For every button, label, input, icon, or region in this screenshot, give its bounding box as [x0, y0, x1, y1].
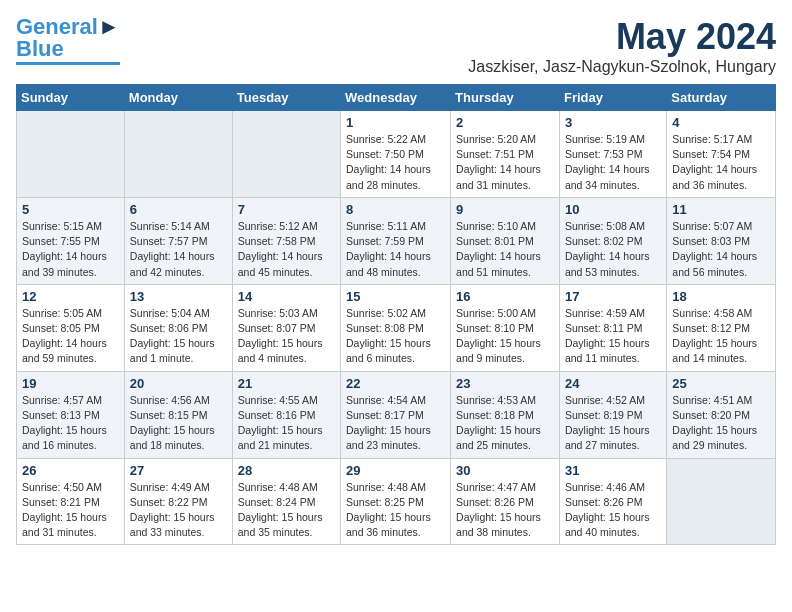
day-info: Sunrise: 5:12 AMSunset: 7:58 PMDaylight:…: [238, 219, 335, 280]
day-info: Sunrise: 4:48 AMSunset: 8:25 PMDaylight:…: [346, 480, 445, 541]
day-info: Sunrise: 5:17 AMSunset: 7:54 PMDaylight:…: [672, 132, 770, 193]
day-number: 10: [565, 202, 661, 217]
day-number: 24: [565, 376, 661, 391]
calendar-week-row: 12Sunrise: 5:05 AMSunset: 8:05 PMDayligh…: [17, 284, 776, 371]
calendar-cell: 3Sunrise: 5:19 AMSunset: 7:53 PMDaylight…: [559, 111, 666, 198]
calendar-cell: 10Sunrise: 5:08 AMSunset: 8:02 PMDayligh…: [559, 197, 666, 284]
day-number: 26: [22, 463, 119, 478]
day-info: Sunrise: 4:50 AMSunset: 8:21 PMDaylight:…: [22, 480, 119, 541]
calendar-cell: 26Sunrise: 4:50 AMSunset: 8:21 PMDayligh…: [17, 458, 125, 545]
day-number: 17: [565, 289, 661, 304]
day-info: Sunrise: 5:03 AMSunset: 8:07 PMDaylight:…: [238, 306, 335, 367]
calendar-cell: 20Sunrise: 4:56 AMSunset: 8:15 PMDayligh…: [124, 371, 232, 458]
day-number: 25: [672, 376, 770, 391]
day-number: 22: [346, 376, 445, 391]
day-info: Sunrise: 5:19 AMSunset: 7:53 PMDaylight:…: [565, 132, 661, 193]
day-number: 29: [346, 463, 445, 478]
day-number: 23: [456, 376, 554, 391]
day-info: Sunrise: 5:05 AMSunset: 8:05 PMDaylight:…: [22, 306, 119, 367]
day-info: Sunrise: 5:00 AMSunset: 8:10 PMDaylight:…: [456, 306, 554, 367]
day-number: 19: [22, 376, 119, 391]
calendar-cell: 13Sunrise: 5:04 AMSunset: 8:06 PMDayligh…: [124, 284, 232, 371]
month-year-title: May 2024: [468, 16, 776, 58]
calendar-cell: 2Sunrise: 5:20 AMSunset: 7:51 PMDaylight…: [451, 111, 560, 198]
calendar-week-row: 19Sunrise: 4:57 AMSunset: 8:13 PMDayligh…: [17, 371, 776, 458]
day-number: 2: [456, 115, 554, 130]
day-number: 31: [565, 463, 661, 478]
day-number: 5: [22, 202, 119, 217]
calendar-cell: 16Sunrise: 5:00 AMSunset: 8:10 PMDayligh…: [451, 284, 560, 371]
day-number: 8: [346, 202, 445, 217]
day-number: 3: [565, 115, 661, 130]
calendar-cell: 31Sunrise: 4:46 AMSunset: 8:26 PMDayligh…: [559, 458, 666, 545]
calendar-cell: 22Sunrise: 4:54 AMSunset: 8:17 PMDayligh…: [341, 371, 451, 458]
calendar-cell: 8Sunrise: 5:11 AMSunset: 7:59 PMDaylight…: [341, 197, 451, 284]
day-info: Sunrise: 4:46 AMSunset: 8:26 PMDaylight:…: [565, 480, 661, 541]
calendar-cell: 24Sunrise: 4:52 AMSunset: 8:19 PMDayligh…: [559, 371, 666, 458]
header-saturday: Saturday: [667, 85, 776, 111]
calendar-cell: [124, 111, 232, 198]
day-info: Sunrise: 4:59 AMSunset: 8:11 PMDaylight:…: [565, 306, 661, 367]
calendar-cell: 19Sunrise: 4:57 AMSunset: 8:13 PMDayligh…: [17, 371, 125, 458]
day-info: Sunrise: 5:11 AMSunset: 7:59 PMDaylight:…: [346, 219, 445, 280]
day-number: 6: [130, 202, 227, 217]
header-wednesday: Wednesday: [341, 85, 451, 111]
day-number: 9: [456, 202, 554, 217]
day-number: 20: [130, 376, 227, 391]
header-monday: Monday: [124, 85, 232, 111]
logo-blue: Blue: [16, 36, 64, 61]
calendar-week-row: 5Sunrise: 5:15 AMSunset: 7:55 PMDaylight…: [17, 197, 776, 284]
day-info: Sunrise: 5:22 AMSunset: 7:50 PMDaylight:…: [346, 132, 445, 193]
day-info: Sunrise: 5:10 AMSunset: 8:01 PMDaylight:…: [456, 219, 554, 280]
title-area: May 2024 Jaszkiser, Jasz-Nagykun-Szolnok…: [468, 16, 776, 76]
day-info: Sunrise: 4:55 AMSunset: 8:16 PMDaylight:…: [238, 393, 335, 454]
day-info: Sunrise: 4:48 AMSunset: 8:24 PMDaylight:…: [238, 480, 335, 541]
day-number: 30: [456, 463, 554, 478]
day-info: Sunrise: 5:07 AMSunset: 8:03 PMDaylight:…: [672, 219, 770, 280]
calendar-cell: 6Sunrise: 5:14 AMSunset: 7:57 PMDaylight…: [124, 197, 232, 284]
day-number: 28: [238, 463, 335, 478]
day-number: 18: [672, 289, 770, 304]
calendar-cell: 7Sunrise: 5:12 AMSunset: 7:58 PMDaylight…: [232, 197, 340, 284]
day-info: Sunrise: 4:56 AMSunset: 8:15 PMDaylight:…: [130, 393, 227, 454]
logo: General► Blue: [16, 16, 120, 65]
day-number: 11: [672, 202, 770, 217]
day-info: Sunrise: 5:20 AMSunset: 7:51 PMDaylight:…: [456, 132, 554, 193]
calendar-cell: 15Sunrise: 5:02 AMSunset: 8:08 PMDayligh…: [341, 284, 451, 371]
day-info: Sunrise: 5:02 AMSunset: 8:08 PMDaylight:…: [346, 306, 445, 367]
day-info: Sunrise: 4:49 AMSunset: 8:22 PMDaylight:…: [130, 480, 227, 541]
day-info: Sunrise: 5:15 AMSunset: 7:55 PMDaylight:…: [22, 219, 119, 280]
calendar-cell: 9Sunrise: 5:10 AMSunset: 8:01 PMDaylight…: [451, 197, 560, 284]
day-number: 1: [346, 115, 445, 130]
calendar-cell: 25Sunrise: 4:51 AMSunset: 8:20 PMDayligh…: [667, 371, 776, 458]
calendar-cell: 1Sunrise: 5:22 AMSunset: 7:50 PMDaylight…: [341, 111, 451, 198]
calendar-cell: 23Sunrise: 4:53 AMSunset: 8:18 PMDayligh…: [451, 371, 560, 458]
day-number: 15: [346, 289, 445, 304]
calendar-cell: [667, 458, 776, 545]
calendar-cell: 17Sunrise: 4:59 AMSunset: 8:11 PMDayligh…: [559, 284, 666, 371]
day-number: 4: [672, 115, 770, 130]
logo-text: General► Blue: [16, 16, 120, 60]
day-number: 14: [238, 289, 335, 304]
calendar-table: Sunday Monday Tuesday Wednesday Thursday…: [16, 84, 776, 545]
day-info: Sunrise: 5:04 AMSunset: 8:06 PMDaylight:…: [130, 306, 227, 367]
day-number: 27: [130, 463, 227, 478]
day-number: 7: [238, 202, 335, 217]
calendar-cell: 18Sunrise: 4:58 AMSunset: 8:12 PMDayligh…: [667, 284, 776, 371]
calendar-cell: 5Sunrise: 5:15 AMSunset: 7:55 PMDaylight…: [17, 197, 125, 284]
calendar-cell: 14Sunrise: 5:03 AMSunset: 8:07 PMDayligh…: [232, 284, 340, 371]
calendar-cell: 30Sunrise: 4:47 AMSunset: 8:26 PMDayligh…: [451, 458, 560, 545]
header-friday: Friday: [559, 85, 666, 111]
calendar-cell: [17, 111, 125, 198]
calendar-cell: 11Sunrise: 5:07 AMSunset: 8:03 PMDayligh…: [667, 197, 776, 284]
day-info: Sunrise: 4:58 AMSunset: 8:12 PMDaylight:…: [672, 306, 770, 367]
calendar-cell: 4Sunrise: 5:17 AMSunset: 7:54 PMDaylight…: [667, 111, 776, 198]
day-info: Sunrise: 5:08 AMSunset: 8:02 PMDaylight:…: [565, 219, 661, 280]
calendar-cell: 27Sunrise: 4:49 AMSunset: 8:22 PMDayligh…: [124, 458, 232, 545]
location-subtitle: Jaszkiser, Jasz-Nagykun-Szolnok, Hungary: [468, 58, 776, 76]
day-number: 13: [130, 289, 227, 304]
calendar-cell: [232, 111, 340, 198]
day-info: Sunrise: 4:57 AMSunset: 8:13 PMDaylight:…: [22, 393, 119, 454]
day-number: 12: [22, 289, 119, 304]
day-number: 16: [456, 289, 554, 304]
